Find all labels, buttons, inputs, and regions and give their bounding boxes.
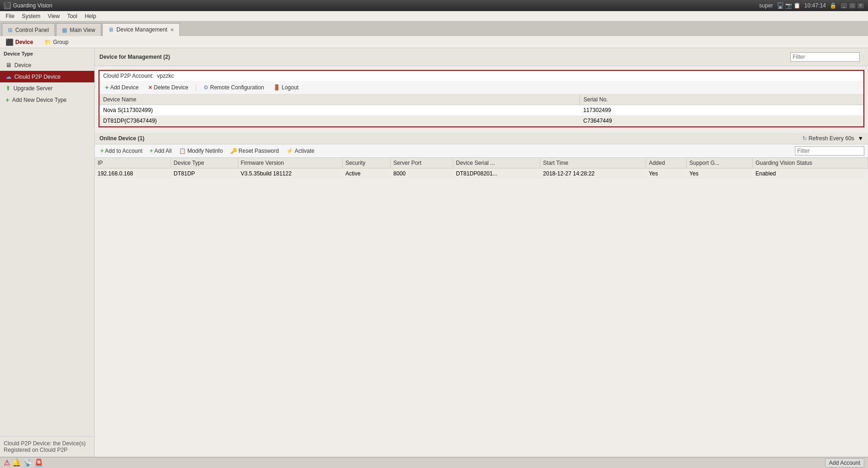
remote-config-label: Remote Configuration — [210, 84, 264, 91]
filter-input-online[interactable] — [795, 146, 864, 156]
system-icons: 🖥️ 📷 📋 — [777, 2, 801, 9]
col-firmware: Firmware Version — [238, 158, 342, 168]
online-device-row-0[interactable]: 192.168.0.168 DT81DP V3.5.35build 181122… — [95, 168, 868, 179]
online-section-header: Online Device (1) ↻ Refresh Every 60s ▼ — [95, 133, 868, 144]
online-toolbar: + Add to Account + Add All 📋 Modify Neti… — [95, 144, 868, 158]
menu-file[interactable]: File — [2, 12, 18, 20]
add-device-plus-icon: + — [105, 84, 109, 91]
group-icon: 📁 — [44, 39, 51, 45]
col-added: Added — [646, 158, 687, 168]
col-gv-status: Guarding Vision Status — [752, 158, 868, 168]
online-start-time-0: 2018-12-27 14:28:22 — [540, 168, 646, 179]
menu-tool[interactable]: Tool — [63, 12, 81, 20]
current-time: 10:47:14 — [804, 2, 826, 9]
tab-control-panel[interactable]: ⊞ Control Panel — [2, 23, 55, 36]
col-security: Security — [342, 158, 390, 168]
add-device-button[interactable]: + Add Device — [103, 83, 141, 92]
online-server-port-0: 8000 — [390, 168, 453, 179]
device-management-section-title: Device for Management (2) — [99, 54, 170, 60]
content-area: Device for Management (2) Clould P2P Acc… — [95, 48, 868, 457]
info-status-icon: 📡 — [23, 458, 32, 467]
logout-button[interactable]: 🚪 Logout — [271, 83, 301, 92]
activate-icon: ⚡ — [286, 148, 293, 154]
col-server-port: Server Port — [390, 158, 453, 168]
sidebar-item-add-device-type[interactable]: + Add New Device Type — [0, 94, 94, 106]
col-support-g: Support G... — [686, 158, 752, 168]
warning-status-icon: 🔔 — [12, 458, 21, 467]
add-to-account-label: Add to Account — [105, 148, 142, 154]
serial-no-0: 117302499 — [579, 105, 863, 116]
subnav-device[interactable]: ⬛ Device — [4, 37, 35, 47]
col-device-name: Device Name — [99, 94, 579, 105]
main-view-icon: ▦ — [62, 27, 67, 33]
alert-status-icon: 🚨 — [34, 458, 43, 467]
remote-config-icon: ⚙ — [203, 84, 209, 91]
online-device-type-0: DT81DP — [171, 168, 238, 179]
title-bar-left: 🎥 Guarding Vision — [4, 2, 52, 9]
activate-button[interactable]: ⚡ Activate — [284, 147, 316, 155]
subnav-device-label: Device — [15, 39, 33, 45]
sidebar-item-device[interactable]: 🖥 Device — [0, 59, 94, 71]
add-all-button[interactable]: + Add All — [148, 147, 173, 155]
add-account-area[interactable]: Add Account — [825, 458, 864, 468]
add-all-label: Add All — [154, 148, 172, 154]
tab-bar: ⊞ Control Panel ▦ Main View 🖥 Device Man… — [0, 21, 868, 36]
title-bar-right: super 🖥️ 📷 📋 10:47:14 🔒 _ □ × — [759, 2, 864, 9]
sidebar-item-upgrade-server[interactable]: ⬆ Upgrade Server — [0, 82, 94, 94]
app-title: Guarding Vision — [13, 2, 52, 9]
upgrade-server-icon: ⬆ — [6, 85, 11, 92]
subnav-group[interactable]: 📁 Group — [43, 38, 70, 46]
reset-password-button[interactable]: 🔑 Reset Password — [228, 147, 281, 155]
reset-password-label: Reset Password — [239, 148, 279, 154]
sub-nav: ⬛ Device 📁 Group — [0, 36, 868, 48]
tab-main-view-label: Main View — [70, 27, 95, 33]
online-added-0: Yes — [646, 168, 687, 179]
collapse-icon[interactable]: ▼ — [858, 135, 863, 142]
refresh-button[interactable]: ↻ Refresh Every 60s — [802, 135, 854, 142]
close-button[interactable]: × — [857, 2, 864, 9]
sidebar-item-cloud-p2p[interactable]: ☁ Clould P2P Device — [0, 71, 94, 82]
device-name-0: Nova S(117302499) — [99, 105, 579, 116]
delete-device-button[interactable]: ✕ Delete Device — [146, 83, 191, 92]
minimize-button[interactable]: _ — [840, 2, 848, 9]
sidebar-device-label: Device — [14, 62, 31, 69]
cloud-account-value: vpzzkc — [157, 73, 174, 79]
refresh-icon: ↻ — [802, 135, 807, 142]
sidebar-upgrade-server-label: Upgrade Server — [13, 85, 53, 92]
subnav-group-label: Group — [53, 39, 68, 45]
tab-device-management[interactable]: 🖥 Device Management ✕ — [102, 23, 180, 36]
menu-bar: File System View Tool Help — [0, 11, 868, 21]
cloud-device-table: Device Name Serial No. Nova S(117302499)… — [99, 94, 863, 126]
sidebar-add-device-type-label: Add New Device Type — [12, 97, 67, 103]
online-firmware-0: V3.5.35build 181122 — [238, 168, 342, 179]
menu-view[interactable]: View — [44, 12, 63, 20]
device-mgmt-icon: 🖥 — [108, 26, 114, 33]
add-to-account-icon: + — [100, 148, 104, 154]
device-name-1: DT81DP(C73647449) — [99, 116, 579, 126]
logout-label: Logout — [282, 84, 299, 91]
tab-close-device-mgmt[interactable]: ✕ — [170, 27, 174, 32]
tab-main-view[interactable]: ▦ Main View — [56, 23, 101, 36]
serial-no-1: C73647449 — [579, 116, 863, 126]
add-all-icon: + — [150, 148, 153, 154]
error-status-icon: ⚠ — [4, 458, 10, 467]
modify-netinfo-label: Modify Netinfo — [187, 148, 223, 154]
filter-input-top[interactable] — [790, 52, 860, 62]
modify-netinfo-icon: 📋 — [179, 148, 186, 154]
maximize-button[interactable]: □ — [849, 2, 856, 9]
cloud-toolbar: + Add Device ✕ Delete Device ⚙ Remote Co… — [99, 81, 863, 94]
sidebar-footer-text: Clould P2P Device: the Device(s)Register… — [4, 440, 86, 453]
activate-label: Activate — [295, 148, 314, 154]
cloud-device-row-1[interactable]: DT81DP(C73647449) C73647449 — [99, 116, 863, 126]
menu-help[interactable]: Help — [81, 12, 100, 20]
menu-system[interactable]: System — [18, 12, 44, 20]
online-ip-0: 192.168.0.168 — [95, 168, 171, 179]
main-layout: Device Type 🖥 Device ☁ Clould P2P Device… — [0, 48, 868, 457]
remote-config-button[interactable]: ⚙ Remote Configuration — [202, 83, 266, 92]
cloud-device-row-0[interactable]: Nova S(117302499) 117302499 — [99, 105, 863, 116]
cloud-account-row: Clould P2P Account: vpzzkc — [99, 71, 863, 81]
toolbar-separator — [196, 84, 196, 91]
add-to-account-button[interactable]: + Add to Account — [98, 147, 144, 155]
window-controls[interactable]: _ □ × — [840, 2, 864, 9]
modify-netinfo-button[interactable]: 📋 Modify Netinfo — [177, 147, 225, 155]
